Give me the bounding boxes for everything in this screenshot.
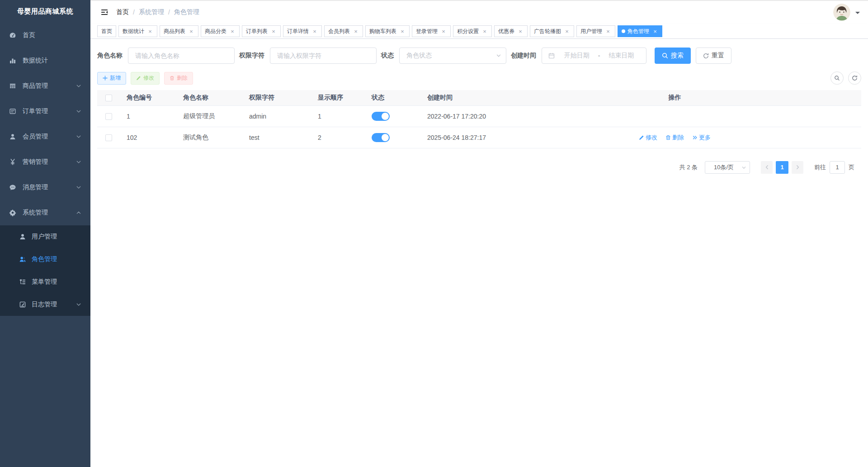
goto-label: 前往 xyxy=(814,163,826,172)
close-icon[interactable]: × xyxy=(399,28,406,34)
close-icon[interactable]: × xyxy=(605,28,611,34)
tab[interactable]: 登录管理 × xyxy=(412,25,451,37)
user-avatar[interactable] xyxy=(833,4,850,21)
row-more-link[interactable]: 更多 xyxy=(692,133,711,142)
sidebar-subitem[interactable]: 菜单管理 xyxy=(0,271,90,293)
status-select[interactable]: 角色状态 xyxy=(399,48,506,64)
delete-button[interactable]: 删除 xyxy=(164,72,193,85)
active-dot-icon xyxy=(622,29,625,33)
sidebar-item[interactable]: 订单管理 xyxy=(0,99,90,124)
sidebar-submenu: 用户管理 角色管理 菜单管理 日志管理 xyxy=(0,225,90,316)
table-row: 1 超级管理员 admin 1 2022-06-17 17:20:20 xyxy=(97,105,861,127)
table-row: 102 测试角色 test 2 2025-06-24 18:27:17 修 xyxy=(97,127,861,148)
toolbar-right xyxy=(830,71,861,85)
row-edit-link[interactable]: 修改 xyxy=(639,133,657,142)
sidebar-subitem[interactable]: 日志管理 xyxy=(0,293,90,316)
sidebar-item[interactable]: 商品管理 xyxy=(0,73,90,99)
tab-label: 订单列表 xyxy=(246,28,268,35)
close-icon[interactable]: × xyxy=(270,28,277,34)
sidebar-item[interactable]: 营销管理 xyxy=(0,149,90,175)
sidebar-item[interactable]: 消息管理 xyxy=(0,175,90,200)
breadcrumb-home[interactable]: 首页 xyxy=(116,8,129,16)
search-button[interactable]: 搜索 xyxy=(655,48,691,64)
caret-down-icon[interactable] xyxy=(855,12,860,16)
close-icon[interactable]: × xyxy=(564,28,570,34)
row-checkbox[interactable] xyxy=(105,113,112,120)
sidebar-item-label: 营销管理 xyxy=(23,158,76,166)
header-role-name: 角色名称 xyxy=(176,90,242,105)
tab[interactable]: 广告轮播图 × xyxy=(530,25,574,37)
tab[interactable]: 订单详情 × xyxy=(283,25,322,37)
tab-label: 登录管理 xyxy=(416,28,438,35)
date-range-picker[interactable]: 开始日期 - 结束日期 xyxy=(542,48,646,64)
close-icon[interactable]: × xyxy=(311,28,318,34)
sidebar-item[interactable]: 系统管理 xyxy=(0,200,90,225)
close-icon[interactable]: × xyxy=(440,28,447,34)
close-icon[interactable]: × xyxy=(188,28,194,34)
tab[interactable]: 订单列表 × xyxy=(242,25,281,37)
search-icon xyxy=(662,52,668,59)
close-icon[interactable]: × xyxy=(147,28,153,34)
cell-role-id: 1 xyxy=(120,105,176,127)
tab[interactable]: 数据统计 × xyxy=(118,25,157,37)
tab[interactable]: 优惠券 × xyxy=(494,25,528,37)
tab[interactable]: 积分设置 × xyxy=(453,25,492,37)
tab[interactable]: 购物车列表 × xyxy=(365,25,410,37)
menu-tree-icon xyxy=(19,278,26,286)
tab-label: 广告轮播图 xyxy=(534,28,561,35)
reset-button[interactable]: 重置 xyxy=(696,48,731,64)
tab[interactable]: 角色管理 × xyxy=(618,25,662,37)
sidebar-subitem[interactable]: 用户管理 xyxy=(0,225,90,248)
show-search-button[interactable] xyxy=(830,71,844,85)
sidebar-item[interactable]: 首页 xyxy=(0,23,90,48)
tab[interactable]: 商品列表 × xyxy=(160,25,198,37)
perm-char-input[interactable] xyxy=(270,48,377,64)
trash-icon xyxy=(665,135,671,140)
role-name-input[interactable] xyxy=(128,48,235,64)
created-time-label: 创建时间 xyxy=(511,52,536,60)
roles-icon xyxy=(19,256,26,263)
prev-page-button[interactable] xyxy=(761,161,773,174)
status-toggle[interactable] xyxy=(372,112,390,121)
header-perm-char: 权限字符 xyxy=(242,90,311,105)
row-checkbox[interactable] xyxy=(105,134,112,141)
tab-label: 会员列表 xyxy=(328,28,350,35)
tab[interactable]: 商品分类 × xyxy=(201,25,240,37)
cell-perm-char: admin xyxy=(242,105,311,127)
select-all-checkbox[interactable] xyxy=(105,95,112,101)
close-icon[interactable]: × xyxy=(353,28,359,34)
breadcrumb-current: 角色管理 xyxy=(174,8,199,16)
sidebar-item-label: 数据统计 xyxy=(23,57,81,65)
fold-menu-icon[interactable] xyxy=(100,8,108,16)
end-date-placeholder: 结束日期 xyxy=(601,52,642,60)
settings-icon xyxy=(9,209,16,216)
close-icon[interactable]: × xyxy=(481,28,488,34)
tab[interactable]: 会员列表 × xyxy=(324,25,363,37)
tab[interactable]: 首页 xyxy=(97,25,116,37)
sidebar-item[interactable]: 会员管理 xyxy=(0,124,90,149)
tab[interactable]: 用户管理 × xyxy=(576,25,615,37)
page-size-select[interactable]: 10条/页 xyxy=(705,161,750,174)
next-page-button[interactable] xyxy=(792,161,803,174)
status-toggle[interactable] xyxy=(372,133,390,142)
edit-button[interactable]: 修改 xyxy=(131,72,160,85)
sidebar-item-label: 首页 xyxy=(23,31,81,39)
chevron-up-icon xyxy=(76,210,81,215)
goto-page-input[interactable] xyxy=(830,161,845,174)
tab-label: 数据统计 xyxy=(123,28,144,35)
close-icon[interactable]: × xyxy=(229,28,236,34)
chevron-down-icon xyxy=(76,159,81,165)
add-button[interactable]: 新增 xyxy=(97,72,126,85)
roles-table: 角色编号 角色名称 权限字符 显示顺序 状态 创建时间 操作 1 xyxy=(97,90,861,148)
sidebar-item[interactable]: 数据统计 xyxy=(0,48,90,73)
refresh-table-button[interactable] xyxy=(848,71,861,85)
close-icon[interactable]: × xyxy=(517,28,524,34)
sidebar-item-label: 会员管理 xyxy=(23,133,76,141)
row-delete-link[interactable]: 删除 xyxy=(665,133,684,142)
chevron-down-icon xyxy=(741,165,746,170)
pagination: 共 2 条 10条/页 1 前往 页 xyxy=(97,161,861,174)
page-number-button[interactable]: 1 xyxy=(776,161,788,174)
tab-label: 商品列表 xyxy=(164,28,185,35)
close-icon[interactable]: × xyxy=(652,28,658,34)
sidebar-subitem[interactable]: 角色管理 xyxy=(0,248,90,271)
